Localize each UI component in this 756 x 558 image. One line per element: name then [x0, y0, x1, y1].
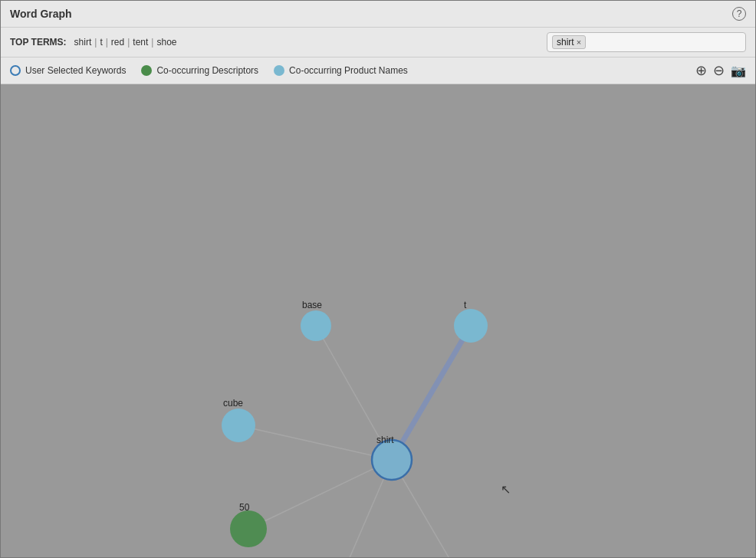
zoom-in-button[interactable]: ⊕ — [695, 62, 707, 79]
zoom-out-button[interactable]: ⊖ — [713, 62, 725, 79]
search-box[interactable]: shirt × — [547, 32, 746, 52]
label-t: t — [464, 300, 467, 310]
node-50[interactable] — [230, 510, 267, 547]
legend-items: User Selected Keywords Co-occurring Desc… — [10, 65, 408, 76]
cursor: ↖ — [501, 483, 511, 496]
term-shoe[interactable]: shoe — [153, 37, 179, 48]
term-t[interactable]: t — [97, 37, 105, 48]
graph-area[interactable]: shirt t base cube 50 under basic ↖ — [1, 84, 755, 557]
graph-svg: shirt t base cube 50 under basic ↖ — [1, 84, 755, 557]
camera-button[interactable]: 📷 — [731, 64, 746, 78]
node-t[interactable] — [454, 309, 488, 343]
edge-shirt-50 — [248, 460, 392, 529]
top-terms-bar: TOP TERMS: shirt | t | red | tent | shoe… — [1, 28, 755, 57]
legend-label-descriptors: Co-occurring Descriptors — [156, 65, 258, 76]
main-window: Word Graph ? TOP TERMS: shirt | t | red … — [0, 0, 756, 558]
descriptors-icon — [141, 65, 152, 76]
top-terms-left: TOP TERMS: shirt | t | red | tent | shoe — [10, 37, 179, 48]
node-shirt[interactable] — [372, 440, 412, 480]
edge-shirt-t — [392, 326, 471, 460]
search-tag-close[interactable]: × — [577, 38, 581, 47]
legend-label-user-keywords: User Selected Keywords — [25, 65, 126, 76]
label-cube: cube — [223, 398, 243, 409]
toolbar-icons: ⊕ ⊖ 📷 — [695, 62, 746, 79]
term-red[interactable]: red — [108, 37, 127, 48]
legend-product-names: Co-occurring Product Names — [274, 65, 408, 76]
help-icon[interactable]: ? — [732, 7, 746, 21]
title-bar: Word Graph ? — [1, 1, 755, 28]
top-terms-label: TOP TERMS: — [10, 37, 67, 48]
label-shirt: shirt — [376, 435, 394, 445]
legend-bar: User Selected Keywords Co-occurring Desc… — [1, 57, 755, 84]
user-keywords-icon — [10, 65, 21, 76]
legend-user-keywords: User Selected Keywords — [10, 65, 126, 76]
label-50: 50 — [239, 502, 250, 513]
edge-shirt-cube — [238, 425, 392, 460]
product-names-icon — [274, 65, 284, 76]
term-shirt[interactable]: shirt — [71, 37, 95, 48]
search-tag-text: shirt — [557, 37, 574, 48]
search-tag: shirt × — [552, 35, 586, 49]
legend-descriptors: Co-occurring Descriptors — [141, 65, 258, 76]
legend-label-product-names: Co-occurring Product Names — [289, 65, 408, 76]
window-title: Word Graph — [10, 8, 72, 20]
term-tent[interactable]: tent — [130, 37, 151, 48]
node-base[interactable] — [301, 310, 331, 341]
label-base: base — [302, 300, 322, 310]
node-cube[interactable] — [222, 409, 255, 442]
